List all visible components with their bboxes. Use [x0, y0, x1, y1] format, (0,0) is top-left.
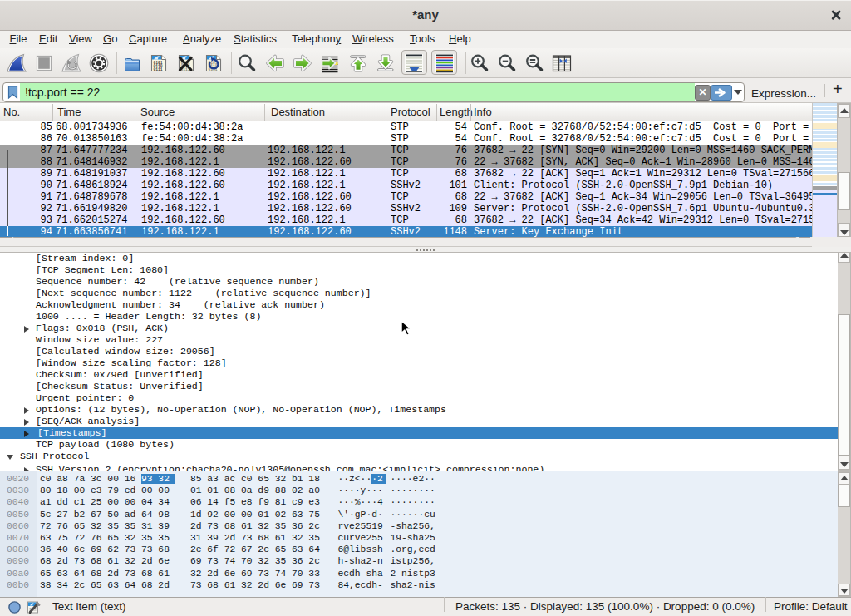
svg-text:0111: 0111	[153, 67, 162, 71]
